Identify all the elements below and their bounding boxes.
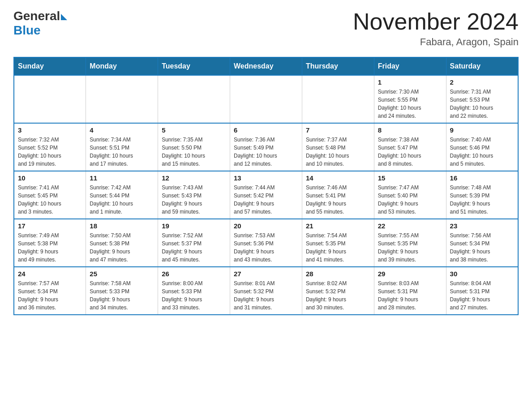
- week-row-4: 17Sunrise: 7:49 AM Sunset: 5:38 PM Dayli…: [14, 219, 518, 267]
- day-cell: 15Sunrise: 7:47 AM Sunset: 5:40 PM Dayli…: [374, 171, 446, 219]
- day-info: Sunrise: 7:30 AM Sunset: 5:55 PM Dayligh…: [378, 88, 442, 120]
- day-cell: 21Sunrise: 7:54 AM Sunset: 5:35 PM Dayli…: [302, 219, 374, 267]
- day-info: Sunrise: 7:55 AM Sunset: 5:35 PM Dayligh…: [378, 231, 442, 264]
- day-cell: 5Sunrise: 7:35 AM Sunset: 5:50 PM Daylig…: [158, 123, 230, 171]
- day-info: Sunrise: 7:32 AM Sunset: 5:52 PM Dayligh…: [18, 136, 82, 168]
- day-cell: 25Sunrise: 7:58 AM Sunset: 5:33 PM Dayli…: [86, 267, 158, 315]
- day-number: 15: [378, 174, 442, 182]
- day-info: Sunrise: 7:36 AM Sunset: 5:49 PM Dayligh…: [234, 136, 298, 168]
- day-number: 20: [234, 222, 298, 230]
- day-info: Sunrise: 7:48 AM Sunset: 5:39 PM Dayligh…: [450, 184, 514, 216]
- day-cell: 9Sunrise: 7:40 AM Sunset: 5:46 PM Daylig…: [446, 123, 518, 171]
- calendar-table: SundayMondayTuesdayWednesdayThursdayFrid…: [13, 57, 519, 315]
- day-info: Sunrise: 7:53 AM Sunset: 5:36 PM Dayligh…: [234, 231, 298, 264]
- day-info: Sunrise: 7:54 AM Sunset: 5:35 PM Dayligh…: [306, 231, 370, 264]
- day-number: 29: [378, 270, 442, 278]
- day-cell: 28Sunrise: 8:02 AM Sunset: 5:32 PM Dayli…: [302, 267, 374, 315]
- day-info: Sunrise: 7:52 AM Sunset: 5:37 PM Dayligh…: [162, 231, 226, 264]
- day-header-monday: Monday: [86, 57, 158, 75]
- day-cell: 24Sunrise: 7:57 AM Sunset: 5:34 PM Dayli…: [14, 267, 86, 315]
- day-cell: 22Sunrise: 7:55 AM Sunset: 5:35 PM Dayli…: [374, 219, 446, 267]
- day-cell: 6Sunrise: 7:36 AM Sunset: 5:49 PM Daylig…: [230, 123, 302, 171]
- day-header-wednesday: Wednesday: [230, 57, 302, 75]
- day-cell: 18Sunrise: 7:50 AM Sunset: 5:38 PM Dayli…: [86, 219, 158, 267]
- day-number: 12: [162, 174, 226, 182]
- day-number: 28: [306, 270, 370, 278]
- day-cell: 16Sunrise: 7:48 AM Sunset: 5:39 PM Dayli…: [446, 171, 518, 219]
- week-row-5: 24Sunrise: 7:57 AM Sunset: 5:34 PM Dayli…: [14, 267, 518, 315]
- day-info: Sunrise: 7:50 AM Sunset: 5:38 PM Dayligh…: [90, 231, 154, 264]
- week-row-3: 10Sunrise: 7:41 AM Sunset: 5:45 PM Dayli…: [14, 171, 518, 219]
- day-info: Sunrise: 7:41 AM Sunset: 5:45 PM Dayligh…: [18, 184, 82, 216]
- day-cell: 7Sunrise: 7:37 AM Sunset: 5:48 PM Daylig…: [302, 123, 374, 171]
- day-number: 10: [18, 174, 82, 182]
- day-number: 11: [90, 174, 154, 182]
- day-cell: 3Sunrise: 7:32 AM Sunset: 5:52 PM Daylig…: [14, 123, 86, 171]
- day-cell: 14Sunrise: 7:46 AM Sunset: 5:41 PM Dayli…: [302, 171, 374, 219]
- day-cell: 13Sunrise: 7:44 AM Sunset: 5:42 PM Dayli…: [230, 171, 302, 219]
- day-number: 23: [450, 222, 514, 230]
- day-cell: 19Sunrise: 7:52 AM Sunset: 5:37 PM Dayli…: [158, 219, 230, 267]
- day-cell: [86, 75, 158, 123]
- week-row-2: 3Sunrise: 7:32 AM Sunset: 5:52 PM Daylig…: [14, 123, 518, 171]
- day-header-tuesday: Tuesday: [158, 57, 230, 75]
- day-number: 9: [450, 126, 514, 134]
- day-number: 18: [90, 222, 154, 230]
- day-number: 30: [450, 270, 514, 278]
- day-number: 13: [234, 174, 298, 182]
- day-info: Sunrise: 7:35 AM Sunset: 5:50 PM Dayligh…: [162, 136, 226, 168]
- day-cell: 10Sunrise: 7:41 AM Sunset: 5:45 PM Dayli…: [14, 171, 86, 219]
- day-number: 5: [162, 126, 226, 134]
- day-number: 3: [18, 126, 82, 134]
- day-cell: 4Sunrise: 7:34 AM Sunset: 5:51 PM Daylig…: [86, 123, 158, 171]
- day-number: 7: [306, 126, 370, 134]
- day-number: 27: [234, 270, 298, 278]
- day-cell: 30Sunrise: 8:04 AM Sunset: 5:31 PM Dayli…: [446, 267, 518, 315]
- logo: General Blue: [13, 9, 67, 38]
- day-number: 21: [306, 222, 370, 230]
- day-info: Sunrise: 7:47 AM Sunset: 5:40 PM Dayligh…: [378, 184, 442, 216]
- day-info: Sunrise: 7:44 AM Sunset: 5:42 PM Dayligh…: [234, 184, 298, 216]
- day-number: 16: [450, 174, 514, 182]
- day-number: 4: [90, 126, 154, 134]
- day-number: 25: [90, 270, 154, 278]
- day-info: Sunrise: 7:40 AM Sunset: 5:46 PM Dayligh…: [450, 136, 514, 168]
- title-section: November 2024 Fabara, Aragon, Spain: [353, 9, 519, 48]
- day-info: Sunrise: 8:04 AM Sunset: 5:31 PM Dayligh…: [450, 279, 514, 312]
- day-number: 22: [378, 222, 442, 230]
- day-number: 17: [18, 222, 82, 230]
- day-info: Sunrise: 7:49 AM Sunset: 5:38 PM Dayligh…: [18, 231, 82, 264]
- day-cell: [302, 75, 374, 123]
- logo-row1: General: [13, 9, 67, 23]
- day-info: Sunrise: 7:38 AM Sunset: 5:47 PM Dayligh…: [378, 136, 442, 168]
- day-number: 19: [162, 222, 226, 230]
- month-title: November 2024: [353, 9, 519, 34]
- day-cell: 11Sunrise: 7:42 AM Sunset: 5:44 PM Dayli…: [86, 171, 158, 219]
- logo-blue-row: Blue: [13, 23, 67, 38]
- day-cell: 23Sunrise: 7:56 AM Sunset: 5:34 PM Dayli…: [446, 219, 518, 267]
- day-cell: [158, 75, 230, 123]
- day-cell: [230, 75, 302, 123]
- day-header-friday: Friday: [374, 57, 446, 75]
- day-cell: 27Sunrise: 8:01 AM Sunset: 5:32 PM Dayli…: [230, 267, 302, 315]
- day-cell: 26Sunrise: 8:00 AM Sunset: 5:33 PM Dayli…: [158, 267, 230, 315]
- location: Fabara, Aragon, Spain: [353, 36, 519, 48]
- logo-arrow-icon: [61, 14, 67, 20]
- day-cell: 29Sunrise: 8:03 AM Sunset: 5:31 PM Dayli…: [374, 267, 446, 315]
- day-cell: 8Sunrise: 7:38 AM Sunset: 5:47 PM Daylig…: [374, 123, 446, 171]
- day-cell: 1Sunrise: 7:30 AM Sunset: 5:55 PM Daylig…: [374, 75, 446, 123]
- day-cell: 20Sunrise: 7:53 AM Sunset: 5:36 PM Dayli…: [230, 219, 302, 267]
- day-number: 26: [162, 270, 226, 278]
- day-info: Sunrise: 7:37 AM Sunset: 5:48 PM Dayligh…: [306, 136, 370, 168]
- day-header-sunday: Sunday: [14, 57, 86, 75]
- day-info: Sunrise: 8:01 AM Sunset: 5:32 PM Dayligh…: [234, 279, 298, 312]
- day-number: 2: [450, 78, 514, 86]
- day-cell: 2Sunrise: 7:31 AM Sunset: 5:53 PM Daylig…: [446, 75, 518, 123]
- day-info: Sunrise: 8:03 AM Sunset: 5:31 PM Dayligh…: [378, 279, 442, 312]
- day-info: Sunrise: 7:31 AM Sunset: 5:53 PM Dayligh…: [450, 88, 514, 120]
- day-info: Sunrise: 7:57 AM Sunset: 5:34 PM Dayligh…: [18, 279, 82, 312]
- day-number: 14: [306, 174, 370, 182]
- day-cell: 12Sunrise: 7:43 AM Sunset: 5:43 PM Dayli…: [158, 171, 230, 219]
- day-info: Sunrise: 8:02 AM Sunset: 5:32 PM Dayligh…: [306, 279, 370, 312]
- header-row: SundayMondayTuesdayWednesdayThursdayFrid…: [14, 57, 518, 75]
